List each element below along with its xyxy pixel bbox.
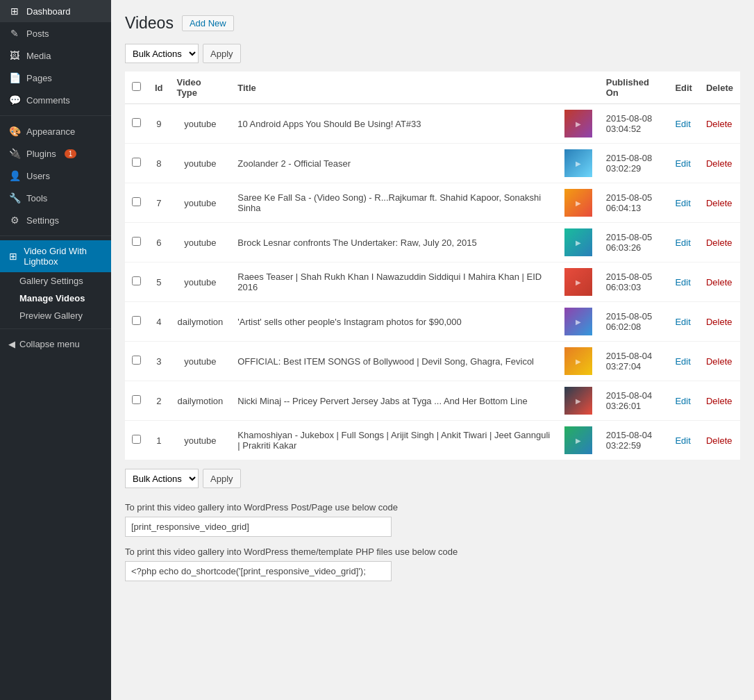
row-checkbox xyxy=(125,342,148,381)
row-select-checkbox[interactable] xyxy=(132,118,141,127)
row-published-on: 2015-08-0506:03:03 xyxy=(599,262,669,302)
row-select-checkbox[interactable] xyxy=(132,237,141,246)
row-title: OFFICIAL: Best ITEM SONGS of Bollywood |… xyxy=(231,342,558,381)
row-delete: Delete xyxy=(699,104,740,144)
bulk-apply-button-top[interactable]: Apply xyxy=(203,44,241,63)
row-delete: Delete xyxy=(699,421,740,460)
bulk-actions-select-bottom[interactable]: Bulk Actions Delete xyxy=(125,469,199,488)
row-select-checkbox[interactable] xyxy=(132,435,141,444)
video-thumbnail xyxy=(564,149,592,177)
sidebar-item-pages[interactable]: 📄 Pages xyxy=(0,67,111,89)
row-select-checkbox[interactable] xyxy=(132,158,141,167)
edit-link[interactable]: Edit xyxy=(675,119,690,129)
delete-link[interactable]: Delete xyxy=(706,277,732,288)
sidebar-item-comments[interactable]: 💬 Comments xyxy=(0,89,111,111)
table-row: 4 dailymotion 'Artist' sells other peopl… xyxy=(125,302,740,342)
row-select-checkbox[interactable] xyxy=(132,395,141,404)
sidebar-item-label: Dashboard xyxy=(26,6,71,17)
col-id: Id xyxy=(148,72,170,104)
sidebar-item-video-grid[interactable]: ⊞ Video Grid With Lightbox xyxy=(0,240,111,272)
row-delete: Delete xyxy=(699,183,740,223)
edit-link[interactable]: Edit xyxy=(675,158,690,169)
col-title: Title xyxy=(231,72,558,104)
add-new-button[interactable]: Add New xyxy=(182,15,234,31)
sidebar-item-settings[interactable]: ⚙ Settings xyxy=(0,209,111,231)
sidebar-item-label: Posts xyxy=(26,28,49,39)
delete-link[interactable]: Delete xyxy=(706,356,732,367)
sidebar-item-appearance[interactable]: 🎨 Appearance xyxy=(0,120,111,142)
row-thumb xyxy=(558,144,599,183)
edit-link[interactable]: Edit xyxy=(675,198,690,208)
delete-link[interactable]: Delete xyxy=(706,435,732,446)
sidebar-item-label: Pages xyxy=(26,73,52,83)
select-all-checkbox[interactable] xyxy=(132,82,141,91)
row-published-on: 2015-08-0803:02:29 xyxy=(599,144,669,183)
edit-link[interactable]: Edit xyxy=(675,277,690,288)
gallery-settings-label: Gallery Settings xyxy=(19,276,83,286)
row-published-on: 2015-08-0506:03:26 xyxy=(599,223,669,262)
sidebar-manage-videos[interactable]: Manage Videos xyxy=(0,290,111,307)
delete-link[interactable]: Delete xyxy=(706,198,732,208)
delete-link[interactable]: Delete xyxy=(706,396,732,406)
shortcode-input-2[interactable] xyxy=(125,561,392,581)
row-published-on: 2015-08-0506:04:13 xyxy=(599,183,669,223)
row-title: Saree Ke Fall Sa - (Video Song) - R...Ra… xyxy=(231,183,558,223)
row-published-on: 2015-08-0506:02:08 xyxy=(599,302,669,342)
delete-link[interactable]: Delete xyxy=(706,158,732,169)
table-row: 6 youtube Brock Lesnar confronts The Und… xyxy=(125,223,740,262)
edit-link[interactable]: Edit xyxy=(675,317,690,327)
sidebar-item-label: Video Grid With Lightbox xyxy=(24,246,103,267)
bulk-actions-select-top[interactable]: Bulk Actions Delete xyxy=(125,44,199,63)
shortcode-input-1[interactable] xyxy=(125,517,392,537)
table-row: 9 youtube 10 Android Apps You Should Be … xyxy=(125,104,740,144)
col-published-on: Published On xyxy=(599,72,669,104)
sidebar-item-plugins[interactable]: 🔌 Plugins 1 xyxy=(0,142,111,165)
sidebar-item-users[interactable]: 👤 Users xyxy=(0,165,111,187)
delete-link[interactable]: Delete xyxy=(706,317,732,327)
row-published-on: 2015-08-0403:26:01 xyxy=(599,381,669,421)
row-delete: Delete xyxy=(699,302,740,342)
row-title: Khamoshiyan - Jukebox | Full Songs | Ari… xyxy=(231,421,558,460)
col-video-type: Video Type xyxy=(170,72,231,104)
edit-link[interactable]: Edit xyxy=(675,435,690,446)
table-row: 3 youtube OFFICIAL: Best ITEM SONGS of B… xyxy=(125,342,740,381)
row-edit: Edit xyxy=(668,342,699,381)
edit-link[interactable]: Edit xyxy=(675,238,690,248)
sidebar-item-tools[interactable]: 🔧 Tools xyxy=(0,187,111,209)
comments-icon: 💬 xyxy=(8,94,21,106)
sidebar-item-media[interactable]: 🖼 Media xyxy=(0,44,111,67)
bulk-actions-bar-top: Bulk Actions Delete Apply xyxy=(125,44,740,63)
row-select-checkbox[interactable] xyxy=(132,276,141,285)
row-title: Nicki Minaj -- Pricey Pervert Jersey Jab… xyxy=(231,381,558,421)
collapse-menu[interactable]: ◀ Collapse menu xyxy=(0,333,111,355)
row-id: 2 xyxy=(148,381,170,421)
table-row: 2 dailymotion Nicki Minaj -- Pricey Perv… xyxy=(125,381,740,421)
sidebar-item-posts[interactable]: ✎ Posts xyxy=(0,22,111,44)
row-thumb xyxy=(558,381,599,421)
row-id: 3 xyxy=(148,342,170,381)
row-id: 1 xyxy=(148,421,170,460)
delete-link[interactable]: Delete xyxy=(706,238,732,248)
edit-link[interactable]: Edit xyxy=(675,396,690,406)
sidebar-preview-gallery[interactable]: Preview Gallery xyxy=(0,307,111,324)
edit-link[interactable]: Edit xyxy=(675,356,690,367)
table-row: 5 youtube Raees Teaser | Shah Rukh Khan … xyxy=(125,262,740,302)
row-edit: Edit xyxy=(668,381,699,421)
row-video-type: dailymotion xyxy=(170,302,231,342)
row-select-checkbox[interactable] xyxy=(132,197,141,206)
sidebar-item-label: Settings xyxy=(26,215,59,226)
row-id: 8 xyxy=(148,144,170,183)
bulk-apply-button-bottom[interactable]: Apply xyxy=(203,469,241,488)
row-select-checkbox[interactable] xyxy=(132,356,141,365)
row-published-on: 2015-08-0403:27:04 xyxy=(599,342,669,381)
row-checkbox xyxy=(125,302,148,342)
collapse-icon: ◀ xyxy=(8,339,15,349)
dashboard-icon: ⊞ xyxy=(8,6,21,17)
sidebar-item-dashboard[interactable]: ⊞ Dashboard xyxy=(0,0,111,22)
row-edit: Edit xyxy=(668,183,699,223)
row-delete: Delete xyxy=(699,262,740,302)
sidebar-item-label: Comments xyxy=(26,95,70,106)
sidebar-gallery-settings[interactable]: Gallery Settings xyxy=(0,272,111,290)
row-select-checkbox[interactable] xyxy=(132,316,141,325)
delete-link[interactable]: Delete xyxy=(706,119,732,129)
